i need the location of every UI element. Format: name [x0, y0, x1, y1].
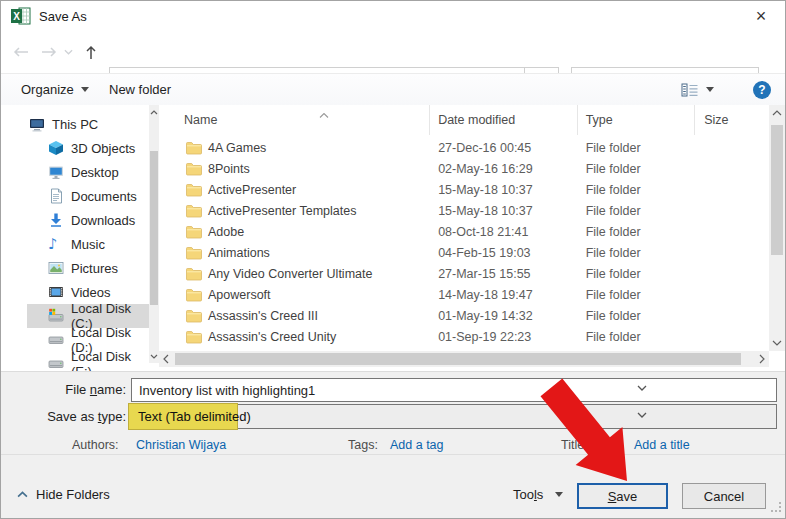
sidebar-item-documents[interactable]: Documents: [1, 184, 149, 208]
resize-grip[interactable]: [770, 499, 782, 517]
file-row-animations[interactable]: Animations04-Feb-15 19:03File folder: [159, 242, 769, 263]
file-row-4a-games[interactable]: 4A Games27-Dec-16 00:45File folder: [159, 137, 769, 158]
column-header-size[interactable]: Size: [695, 105, 769, 135]
file-row-assassin-s-creed-unity[interactable]: Assassin's Creed Unity01-Sep-19 22:23Fil…: [159, 326, 769, 347]
bottom-panel: File name: Save as type: Text (Tab delim…: [1, 371, 785, 519]
scroll-right-icon[interactable]: [755, 351, 769, 367]
horizontal-scroll-thumb[interactable]: [175, 353, 741, 365]
folder-icon: [186, 267, 202, 281]
folder-icon: [186, 141, 202, 155]
file-row-adobe[interactable]: Adobe08-Oct-18 21:41File folder: [159, 221, 769, 242]
computer-icon: [29, 116, 45, 132]
caret-down-icon: [555, 492, 563, 497]
sort-ascending-icon: [319, 107, 329, 121]
hide-folders-button[interactable]: Hide Folders: [17, 487, 110, 502]
help-button[interactable]: ?: [753, 74, 771, 105]
file-name-dropdown-chevron-icon[interactable]: [636, 385, 648, 391]
folder-icon: [186, 162, 202, 176]
scroll-down-icon[interactable]: [769, 336, 785, 350]
authors-value[interactable]: Christian Wijaya: [136, 438, 226, 452]
sidebar-item-downloads[interactable]: Downloads: [1, 208, 149, 232]
organize-button[interactable]: Organize: [21, 74, 89, 105]
column-header-name[interactable]: Name: [159, 105, 430, 135]
up-icon[interactable]: [81, 43, 101, 61]
command-bar: Organize New folder ?: [1, 73, 785, 106]
file-row-activepresenter-templates[interactable]: ActivePresenter Templates15-May-18 10:37…: [159, 200, 769, 221]
save-as-type-chevron-icon[interactable]: [636, 412, 648, 418]
title-bar: X Save As ×: [1, 1, 785, 31]
file-row-activepresenter[interactable]: ActivePresenter15-May-18 10:37File folde…: [159, 179, 769, 200]
file-name-input[interactable]: [131, 378, 777, 402]
scroll-up-icon[interactable]: [149, 106, 159, 118]
vertical-scroll-thumb[interactable]: [771, 125, 783, 255]
file-row-apowersoft[interactable]: Apowersoft14-May-18 19:47File folder: [159, 284, 769, 305]
file-row-assassin-s-creed-iii[interactable]: Assassin's Creed III01-May-19 14:32File …: [159, 305, 769, 326]
desktop-icon: [48, 164, 64, 180]
folder-icon: [186, 246, 202, 260]
save-as-type-value: Text (Tab delimited): [138, 409, 251, 424]
caret-down-icon: [81, 87, 89, 92]
main-area: This PC3D ObjectsDesktopDocumentsDownloa…: [1, 105, 785, 371]
folder-icon: [186, 225, 202, 239]
folder-icon: [186, 288, 202, 302]
sidebar-list: This PC3D ObjectsDesktopDocumentsDownloa…: [1, 105, 149, 371]
view-selector-button[interactable]: [681, 74, 714, 105]
video-icon: [48, 284, 64, 300]
save-button[interactable]: Save: [577, 483, 668, 509]
folder-icon: [186, 309, 202, 323]
scroll-left-icon[interactable]: [159, 351, 173, 367]
back-icon[interactable]: [11, 43, 31, 61]
list-vertical-scrollbar[interactable]: [769, 105, 785, 351]
svg-text:X: X: [13, 11, 20, 22]
document-icon: [48, 188, 64, 204]
file-row-any-video-converter-ultimate[interactable]: Any Video Converter Ultimate27-Mar-15 15…: [159, 263, 769, 284]
disk-win-icon: [48, 308, 64, 324]
folder-icon: [186, 183, 202, 197]
window-title: Save As: [39, 9, 87, 24]
title-label: Title:: [561, 438, 588, 452]
cube-icon: [48, 140, 64, 156]
save-as-dialog: X Save As × « Local Disk (C:) › Users › …: [0, 0, 786, 519]
save-as-type-label: Save as type:: [1, 409, 126, 424]
forward-icon[interactable]: [39, 43, 59, 61]
authors-label: Authors:: [72, 438, 119, 452]
file-list: Name Date modified Type Size 4A Games27-…: [159, 105, 785, 371]
footer-bar: Hide Folders Tools Save Cancel: [1, 454, 785, 519]
scroll-down-icon[interactable]: [149, 350, 159, 362]
sidebar-item-3d-objects[interactable]: 3D Objects: [1, 136, 149, 160]
help-icon: ?: [753, 81, 771, 99]
add-tag-link[interactable]: Add a tag: [390, 438, 444, 452]
add-title-link[interactable]: Add a title: [634, 438, 690, 452]
excel-app-icon: X: [11, 7, 31, 25]
folder-icon: [186, 204, 202, 218]
file-rows: 4A Games27-Dec-16 00:45File folder8Point…: [159, 137, 769, 347]
disk-icon: [48, 356, 64, 371]
music-icon: ♪: [48, 236, 64, 252]
picture-icon: [48, 260, 64, 276]
sidebar-item-music[interactable]: ♪Music: [1, 232, 149, 256]
sidebar-scroll-thumb[interactable]: [150, 151, 158, 305]
sidebar-item-pictures[interactable]: Pictures: [1, 256, 149, 280]
caret-down-icon: [706, 87, 714, 92]
download-icon: [48, 212, 64, 228]
list-horizontal-scrollbar[interactable]: [159, 351, 769, 367]
column-header-date-modified[interactable]: Date modified: [430, 105, 578, 135]
disk-icon: [48, 332, 64, 348]
sidebar-item-local-disk-e[interactable]: Local Disk (E:): [1, 352, 149, 371]
sidebar-scrollbar[interactable]: [149, 105, 159, 363]
new-folder-button[interactable]: New folder: [109, 74, 171, 105]
close-icon[interactable]: ×: [747, 4, 775, 28]
file-name-label: File name:: [1, 382, 126, 397]
column-header-type[interactable]: Type: [578, 105, 696, 135]
scroll-up-icon[interactable]: [769, 106, 785, 120]
cancel-button[interactable]: Cancel: [682, 483, 766, 509]
sidebar-item-desktop[interactable]: Desktop: [1, 160, 149, 184]
file-row-8points[interactable]: 8Points02-May-16 16:29File folder: [159, 158, 769, 179]
details-view-icon: [681, 83, 699, 97]
tags-label: Tags:: [348, 438, 378, 452]
sidebar-item-this-pc[interactable]: This PC: [1, 112, 149, 136]
list-header: Name Date modified Type Size: [159, 105, 769, 135]
recent-locations-chevron-icon[interactable]: [61, 43, 75, 61]
navigation-bar: « Local Disk (C:) › Users › Krist › Docu…: [1, 31, 785, 73]
tools-button[interactable]: Tools: [513, 487, 563, 502]
